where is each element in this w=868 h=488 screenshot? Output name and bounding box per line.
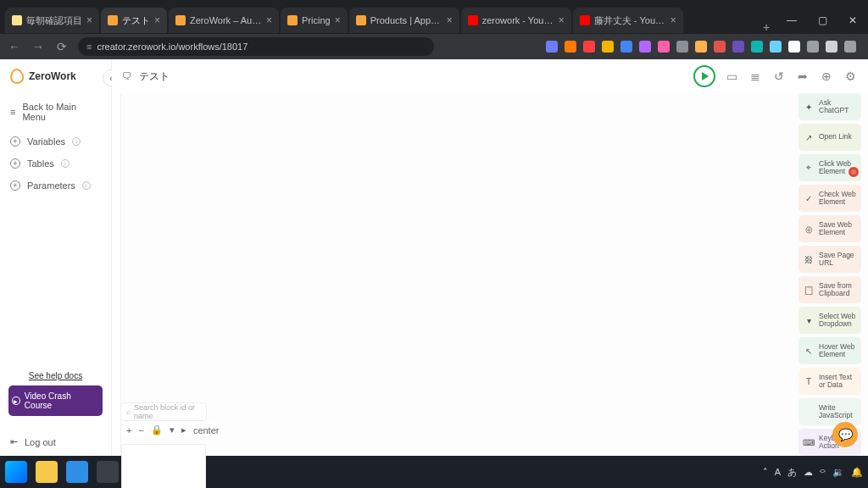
center-button[interactable]: center xyxy=(193,425,220,435)
nav-back-button[interactable]: ← xyxy=(7,40,22,53)
close-tab-icon[interactable]: × xyxy=(154,14,160,26)
palette-item[interactable]: Write JavaScript xyxy=(798,398,861,425)
palette-item[interactable]: ⌖Click Web Element xyxy=(798,154,861,181)
workflow-title[interactable]: 🗨 テスト xyxy=(122,69,170,84)
run-button[interactable] xyxy=(693,65,715,87)
logo-icon xyxy=(9,68,25,85)
tab-label: zerowork - YouTube xyxy=(482,15,554,25)
favicon-icon xyxy=(175,15,186,25)
palette-item[interactable]: ⛓Save Page URL xyxy=(798,246,861,273)
zoom-controls: + − 🔒 ▾ ▸ center xyxy=(121,423,224,437)
extension-icon[interactable] xyxy=(639,41,651,53)
nav-reload-button[interactable]: ⟳ xyxy=(54,40,70,53)
workflow-canvas[interactable]: ⌕ Search block id or name + − 🔒 ▾ ▸ cent… xyxy=(120,93,868,456)
zoom-icon[interactable]: ⊕ xyxy=(819,69,834,84)
back-to-main-menu[interactable]: ≡ Back to Main Menu xyxy=(0,93,111,130)
close-tab-icon[interactable]: × xyxy=(559,14,565,26)
search-block-input[interactable]: ⌕ Search block id or name xyxy=(121,403,206,420)
share-icon[interactable]: ➦ xyxy=(795,69,810,84)
palette-item-label: Insert Text or Data xyxy=(819,374,857,390)
close-tab-icon[interactable]: × xyxy=(335,14,341,26)
extension-icon[interactable] xyxy=(658,41,670,53)
terminal-icon[interactable] xyxy=(97,461,119,483)
palette-item[interactable]: ✓Check Web Element xyxy=(798,185,861,212)
add-icon: + xyxy=(10,180,20,191)
favicon-icon xyxy=(108,15,118,25)
close-tab-icon[interactable]: × xyxy=(86,14,92,26)
zoom-out-button[interactable]: − xyxy=(138,425,143,435)
palette-item[interactable]: ▾Select Web Dropdown xyxy=(798,307,861,334)
browser-tab[interactable]: ZeroWork – Automate repetiti…× xyxy=(169,8,279,33)
ime-kb-icon[interactable]: A xyxy=(775,467,781,477)
maximize-button[interactable]: ▢ xyxy=(807,7,837,34)
ime-lang-icon[interactable]: あ xyxy=(787,466,797,479)
bell-icon[interactable]: 🔔 xyxy=(851,467,863,478)
extension-icon[interactable] xyxy=(844,41,856,53)
cloud-icon[interactable]: ☁ xyxy=(804,467,813,478)
lock-icon[interactable]: 🔒 xyxy=(151,424,163,435)
extension-icon[interactable] xyxy=(695,41,707,53)
notes-icon[interactable]: ▭ xyxy=(724,69,739,84)
palette-item-label: Check Web Element xyxy=(819,191,857,207)
palette-item[interactable]: ↗Open Link xyxy=(798,124,861,151)
browser-tab[interactable]: Pricing× xyxy=(281,8,348,33)
new-tab-button[interactable]: + xyxy=(756,20,776,34)
browser-tab[interactable]: 藤井丈夫 - YouTube× xyxy=(573,8,683,33)
url-box[interactable]: ≡ creator.zerowork.io/workflows/18017 xyxy=(78,37,434,56)
info-icon: i xyxy=(61,159,70,168)
palette-item-icon: ↖ xyxy=(803,345,815,357)
sidebar-item-parameters[interactable]: +Parametersi xyxy=(0,175,111,197)
palette-item[interactable]: ◎Save Web Element xyxy=(798,215,861,242)
extension-icon[interactable] xyxy=(770,41,782,53)
extension-icon[interactable] xyxy=(807,41,819,53)
sound-icon[interactable]: 🔉 xyxy=(832,467,844,478)
brand-label: ZeroWork xyxy=(29,70,76,82)
video-crash-course-button[interactable]: ▶ Video Crash Course xyxy=(8,385,103,416)
palette-item[interactable]: TInsert Text or Data xyxy=(798,368,861,395)
extension-icon[interactable] xyxy=(751,41,763,53)
extension-icon[interactable] xyxy=(546,41,558,53)
extension-icon[interactable] xyxy=(676,41,688,53)
zoom-in-button[interactable]: + xyxy=(126,425,131,435)
palette-item[interactable]: ↖Hover Web Element xyxy=(798,337,861,364)
minimize-button[interactable]: ― xyxy=(776,7,807,34)
history-icon[interactable]: ↺ xyxy=(771,69,787,84)
minimap[interactable] xyxy=(121,444,206,488)
settings-icon[interactable]: ⚙ xyxy=(843,69,858,84)
browser-tab[interactable]: 毎朝確認項目× xyxy=(5,8,99,33)
extension-icon[interactable] xyxy=(826,41,837,53)
close-window-button[interactable]: ✕ xyxy=(837,7,868,34)
fit-down-button[interactable]: ▾ xyxy=(170,424,175,435)
fit-right-button[interactable]: ▸ xyxy=(181,424,186,435)
sidebar-item-variables[interactable]: +Variablesi xyxy=(0,130,111,152)
close-tab-icon[interactable]: × xyxy=(670,14,676,26)
palette-item-label: Save Page URL xyxy=(819,252,857,268)
extension-icon[interactable] xyxy=(602,41,614,53)
palette-item[interactable]: ✦Ask ChatGPT xyxy=(798,93,861,120)
extension-icon[interactable] xyxy=(788,41,800,53)
sidebar-item-tables[interactable]: +Tablesi xyxy=(0,152,111,175)
tray-chevron-icon[interactable]: ˄ xyxy=(763,467,768,478)
explorer-icon[interactable] xyxy=(36,461,58,483)
extension-icon[interactable] xyxy=(732,41,744,53)
chat-fab[interactable]: 💬 xyxy=(832,422,858,447)
palette-item-label: Select Web Dropdown xyxy=(819,313,857,329)
close-tab-icon[interactable]: × xyxy=(266,14,272,26)
close-tab-icon[interactable]: × xyxy=(447,14,453,26)
wifi-icon[interactable]: ⌔ xyxy=(820,467,826,477)
extension-icon[interactable] xyxy=(583,41,595,53)
browser-tab[interactable]: Products | AppSumo× xyxy=(349,8,459,33)
list-icon[interactable]: ≣ xyxy=(748,69,763,84)
help-docs-link[interactable]: See help docs xyxy=(0,371,111,380)
browser-tab[interactable]: テスト× xyxy=(101,8,167,33)
extension-icon[interactable] xyxy=(620,41,632,53)
start-button[interactable] xyxy=(5,461,27,483)
extension-icon[interactable] xyxy=(565,41,576,53)
extension-icon[interactable] xyxy=(714,41,726,53)
logout-button[interactable]: ⇤ Log out xyxy=(0,428,111,456)
browser-tab[interactable]: zerowork - YouTube× xyxy=(461,8,571,33)
nav-forward-button[interactable]: → xyxy=(31,40,46,53)
palette-item[interactable]: 📋Save from Clipboard xyxy=(798,276,861,303)
info-icon: i xyxy=(82,181,91,190)
vscode-icon[interactable] xyxy=(66,461,88,483)
